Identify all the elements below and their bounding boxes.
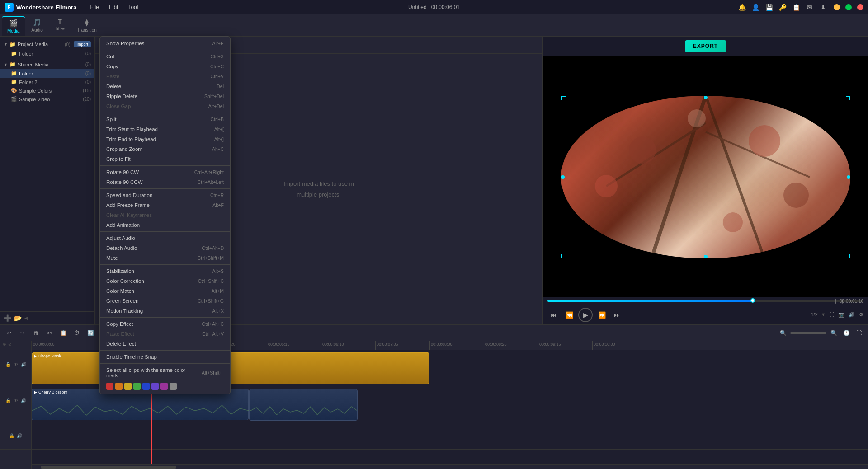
folder-item[interactable]: 📁 Folder (0) xyxy=(0,49,94,58)
clock-icon[interactable]: 🕐 xyxy=(841,328,852,338)
folder-open-icon[interactable]: 📂 xyxy=(14,314,22,322)
timeline-thumb[interactable] xyxy=(750,298,755,303)
close-button[interactable] xyxy=(857,4,863,10)
collapse-icon[interactable]: ◀ xyxy=(24,316,28,320)
ctx-mute[interactable]: Mute Ctrl+Shift+M xyxy=(100,253,230,263)
timeline-progress[interactable] xyxy=(547,300,863,302)
swatch-magenta[interactable] xyxy=(160,383,168,390)
ctx-rotate-cw[interactable]: Rotate 90 CW Ctrl+Alt+Right xyxy=(100,167,230,177)
download-icon[interactable]: ⬇ xyxy=(818,2,828,12)
save-icon[interactable]: 💾 xyxy=(764,2,774,12)
folder-selected-item[interactable]: 📁 Folder (0) xyxy=(0,69,94,78)
step-back-button[interactable]: ⏪ xyxy=(563,309,576,321)
tab-media[interactable]: 🎬 Media xyxy=(2,16,25,36)
loop-button[interactable]: 🔄 xyxy=(85,328,96,338)
ctx-crop-fit[interactable]: Crop to Fit xyxy=(100,154,230,164)
tab-transition[interactable]: ⧫ Transition xyxy=(71,16,102,36)
notification-icon[interactable]: 🔔 xyxy=(737,2,747,12)
swatch-green[interactable] xyxy=(133,383,141,390)
ctx-select-same-color[interactable]: Select all clips with the same color mar… xyxy=(100,365,230,380)
account-icon[interactable]: 👤 xyxy=(750,2,760,12)
shared-media-header[interactable]: ▼ 📁 Shared Media (0) xyxy=(0,60,94,69)
import-button[interactable]: Import xyxy=(74,41,91,47)
ctx-add-animation[interactable]: Add Animation xyxy=(100,220,230,230)
go-to-end-button[interactable]: ⏭ xyxy=(611,309,623,321)
folder2-item[interactable]: 📁 Folder 2 (0) xyxy=(0,78,94,86)
preview-dot-top[interactable] xyxy=(704,96,708,99)
ctx-motion-tracking[interactable]: Motion Tracking Alt+X xyxy=(100,306,230,316)
swatch-blue[interactable] xyxy=(142,383,150,390)
delete-button[interactable]: 🗑 xyxy=(31,328,42,338)
preview-dot-right[interactable] xyxy=(847,175,850,179)
minimize-button[interactable] xyxy=(834,4,840,10)
ctx-copy-effect[interactable]: Copy Effect Ctrl+Alt+C xyxy=(100,319,230,329)
zoom-in-icon[interactable]: 🔍 xyxy=(778,328,788,338)
track-more-icon[interactable]: ⋯ xyxy=(13,369,19,375)
sample-video-item[interactable]: 🎬 Sample Video (20) xyxy=(0,95,94,103)
ctx-color-match[interactable]: Color Match Alt+M xyxy=(100,286,230,296)
track2-lock-icon[interactable]: 🔒 xyxy=(5,397,11,403)
cut-button[interactable]: ✂ xyxy=(44,328,55,338)
ctx-color-correction[interactable]: Color Correction Ctrl+Shift+C xyxy=(100,276,230,286)
tl-mode-1[interactable]: ⊕ xyxy=(3,342,6,347)
snapshot-icon[interactable]: 📷 xyxy=(838,312,844,317)
cherry-blossom-clip-2[interactable] xyxy=(249,389,358,421)
key-icon[interactable]: 🔑 xyxy=(778,2,788,12)
scrollbar-thumb[interactable] xyxy=(41,466,176,469)
volume-icon[interactable]: 🔊 xyxy=(849,312,855,317)
maximize-icon[interactable]: ⛶ xyxy=(854,328,864,338)
ctx-cut[interactable]: Cut Ctrl+X xyxy=(100,52,230,61)
zoom-slider[interactable] xyxy=(790,332,826,334)
track2-more-icon[interactable]: ⋯ xyxy=(13,405,19,411)
shape-mask-clip[interactable]: ▶ Shape Mask xyxy=(32,352,429,384)
maximize-button[interactable] xyxy=(845,4,852,10)
ctx-trim-start[interactable]: Trim Start to Playhead Alt+[ xyxy=(100,124,230,134)
ctx-delete[interactable]: Delete Del xyxy=(100,81,230,91)
redo-button[interactable]: ↪ xyxy=(17,328,28,338)
track2-audio-icon[interactable]: 🔊 xyxy=(20,397,27,403)
swatch-purple[interactable] xyxy=(151,383,159,390)
zoom-out-icon[interactable]: 🔍 xyxy=(828,328,839,338)
menu-tool[interactable]: Tool xyxy=(123,3,142,12)
clipboard-icon[interactable]: 📋 xyxy=(791,2,801,12)
ctx-adjust-audio[interactable]: Adjust Audio xyxy=(100,233,230,243)
swatch-red[interactable] xyxy=(106,383,113,390)
copy-button[interactable]: 📋 xyxy=(58,328,69,338)
fullscreen-icon[interactable]: ⛶ xyxy=(829,312,834,317)
swatch-orange[interactable] xyxy=(115,383,123,390)
ctx-crop-zoom[interactable]: Crop and Zoom Alt+C xyxy=(100,144,230,154)
settings-icon[interactable]: ⚙ xyxy=(859,312,863,317)
audio-mute-icon[interactable]: 🔊 xyxy=(16,433,23,439)
ctx-delete-effect[interactable]: Delete Effect xyxy=(100,339,230,349)
undo-button[interactable]: ↩ xyxy=(4,328,14,338)
sample-colors-item[interactable]: 🎨 Sample Colors (15) xyxy=(0,86,94,95)
track-eye-icon[interactable]: 👁 xyxy=(13,361,19,367)
ctx-rotate-ccw[interactable]: Rotate 90 CCW Ctrl+Alt+Left xyxy=(100,177,230,187)
track-audio-icon[interactable]: 🔊 xyxy=(20,361,27,367)
export-button[interactable]: EXPORT xyxy=(685,40,726,52)
audio-lock-icon[interactable]: 🔒 xyxy=(9,433,15,439)
ctx-detach-audio[interactable]: Detach Audio Ctrl+Alt+D xyxy=(100,243,230,253)
step-forward-button[interactable]: ⏩ xyxy=(595,309,608,321)
ctx-green-screen[interactable]: Green Screen Ctrl+Shift+G xyxy=(100,296,230,306)
play-button[interactable]: ▶ xyxy=(578,308,593,322)
mail-icon[interactable]: ✉ xyxy=(805,2,815,12)
preview-dot-bottom[interactable] xyxy=(704,255,708,258)
swatch-yellow[interactable] xyxy=(124,383,132,390)
add-media-icon[interactable]: ➕ xyxy=(4,314,11,322)
ctx-trim-end[interactable]: Trim End to Playhead Alt+] xyxy=(100,134,230,144)
ctx-speed[interactable]: Speed and Duration Ctrl+R xyxy=(100,190,230,200)
ctx-show-properties[interactable]: Show Properties Alt+E xyxy=(100,38,230,48)
timeline-scrollbar[interactable] xyxy=(32,464,868,469)
tab-titles[interactable]: T Titles xyxy=(49,16,71,36)
ctx-stabilization[interactable]: Stabilization Alt+S xyxy=(100,266,230,276)
ctx-freeze[interactable]: Add Freeze Frame Alt+F xyxy=(100,200,230,210)
menu-file[interactable]: File xyxy=(85,3,103,12)
tl-mode-2[interactable]: ⊙ xyxy=(8,342,12,347)
speed-button[interactable]: ⏱ xyxy=(71,328,82,338)
ctx-split[interactable]: Split Ctrl+B xyxy=(100,114,230,124)
tab-audio[interactable]: 🎵 Audio xyxy=(26,16,48,36)
preview-dot-left[interactable] xyxy=(561,175,565,179)
swatch-gray[interactable] xyxy=(170,383,177,390)
track2-eye-icon[interactable]: 👁 xyxy=(13,397,19,403)
